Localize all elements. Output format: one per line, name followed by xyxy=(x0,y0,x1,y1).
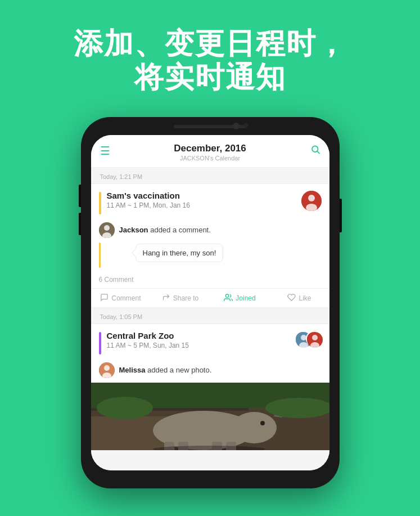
commenter-avatar-2 xyxy=(99,362,115,378)
action-share[interactable]: Share to xyxy=(151,293,210,304)
comment-row-1: Jackson added a comment. xyxy=(91,220,329,243)
hero-line1: 添加、变更日程时， xyxy=(74,27,347,60)
comment-text-1: Jackson added a comment. xyxy=(119,226,211,234)
calendar-name: JACKSON's Calendar xyxy=(100,155,320,161)
event-card-1: Sam's vaccination 11 AM ~ 1 PM, Mon, Jan… xyxy=(91,183,329,308)
hero-line2: 将实时通知 xyxy=(134,61,286,93)
share-icon xyxy=(162,293,170,303)
event-avatar-1 xyxy=(301,191,322,211)
event-time-1: 11 AM ~ 1 PM, Mon, Jan 16 xyxy=(107,201,301,209)
action-like-label: Like xyxy=(299,294,311,302)
comment-text-2: Melissa added a new photo. xyxy=(119,366,212,374)
feed-timestamp-2: Today, 1:05 PM xyxy=(91,308,329,324)
svg-point-13 xyxy=(312,335,318,340)
phone-wrapper: ☰ December, 2016 JACKSON's Calendar Toda… xyxy=(81,117,340,488)
event-time-2: 11 AM ~ 5 PM, Sun, Jan 15 xyxy=(107,342,295,349)
feed: Today, 1:21 PM Sam's vaccination 11 AM ~… xyxy=(91,168,329,470)
hero-section: 添加、变更日程时， 将实时通知 xyxy=(51,0,369,111)
left-bar xyxy=(99,243,101,268)
photo-preview xyxy=(91,383,329,450)
svg-point-32 xyxy=(97,397,153,419)
event-stripe-1 xyxy=(99,192,101,214)
svg-point-8 xyxy=(226,294,229,297)
svg-point-10 xyxy=(301,335,306,340)
phone-button-vol-up xyxy=(79,185,81,207)
comment-count: 6 Comment xyxy=(91,273,329,288)
action-comment-label: Comment xyxy=(111,294,141,302)
menu-icon[interactable]: ☰ xyxy=(100,144,110,158)
action-comment[interactable]: Comment xyxy=(91,293,151,304)
feed-timestamp-1: Today, 1:21 PM xyxy=(91,168,329,183)
event-stripe-2 xyxy=(99,332,101,355)
svg-point-23 xyxy=(232,412,277,443)
action-joined-label: Joined xyxy=(236,294,255,302)
phone-camera xyxy=(233,123,240,129)
commenter-avatar-1 xyxy=(99,222,115,238)
avatar-2 xyxy=(306,331,322,347)
phone-button-vol-down xyxy=(79,213,81,235)
action-like[interactable]: Like xyxy=(270,293,329,304)
month-title: December, 2016 xyxy=(100,143,320,154)
event-title-2: Central Park Zoo xyxy=(107,331,295,340)
event-info-1: Sam's vaccination 11 AM ~ 1 PM, Mon, Jan… xyxy=(107,191,301,209)
action-joined[interactable]: Joined xyxy=(210,293,270,304)
svg-point-0 xyxy=(312,146,318,152)
action-bar: Comment Share to xyxy=(91,288,329,307)
action-share-label: Share to xyxy=(173,294,198,302)
speech-bubble-container: Hang in there, my son! xyxy=(91,243,329,273)
svg-point-29 xyxy=(260,421,265,425)
svg-point-3 xyxy=(308,195,315,201)
app-header: ☰ December, 2016 JACKSON's Calendar xyxy=(91,135,329,168)
event-info-2: Central Park Zoo 11 AM ~ 5 PM, Sun, Jan … xyxy=(107,331,295,349)
search-icon[interactable] xyxy=(310,145,320,158)
event-title-1: Sam's vaccination xyxy=(107,191,301,200)
svg-line-1 xyxy=(317,151,319,154)
comment-icon xyxy=(100,293,109,303)
svg-point-16 xyxy=(104,365,110,371)
phone-button-power xyxy=(340,199,342,232)
phone-screen: ☰ December, 2016 JACKSON's Calendar Toda… xyxy=(91,135,329,470)
phone-sensor xyxy=(244,123,249,127)
like-icon xyxy=(287,293,296,303)
joined-icon xyxy=(224,293,233,304)
svg-point-6 xyxy=(104,225,110,231)
comment-row-2: Melissa added a new photo. xyxy=(91,360,329,383)
speech-bubble: Hang in there, my son! xyxy=(136,244,224,262)
event-avatar-group-2 xyxy=(295,331,322,347)
event-card-2: Central Park Zoo 11 AM ~ 5 PM, Sun, Jan … xyxy=(91,324,329,451)
